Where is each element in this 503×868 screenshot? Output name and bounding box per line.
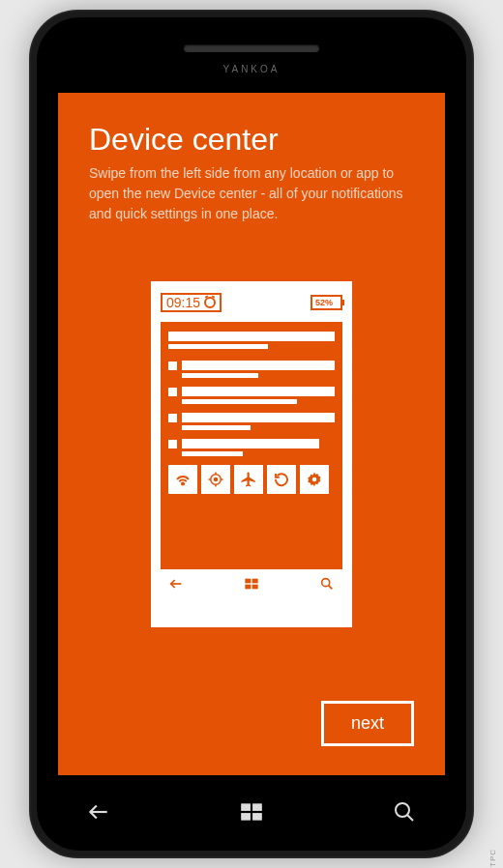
svg-rect-12 <box>252 585 258 590</box>
mockup-notification-item <box>168 387 335 404</box>
svg-rect-11 <box>245 585 251 590</box>
wifi-toggle-icon <box>168 465 197 494</box>
page-subtitle: Swipe from the left side from any locati… <box>89 163 414 224</box>
svg-rect-10 <box>252 579 258 584</box>
placeholder-bar <box>182 399 297 404</box>
settings-toggle-icon <box>300 465 329 494</box>
battery-indicator: 52% <box>311 295 342 310</box>
svg-rect-9 <box>245 579 251 584</box>
svg-point-13 <box>322 579 330 587</box>
notification-icon-placeholder <box>168 414 177 422</box>
placeholder-bar <box>168 332 335 341</box>
svg-rect-18 <box>241 813 251 821</box>
placeholder-bar <box>182 439 319 448</box>
placeholder-bar <box>182 425 251 430</box>
svg-point-20 <box>396 803 409 817</box>
back-icon <box>168 576 184 592</box>
hardware-buttons <box>85 798 418 825</box>
mockup-header-row <box>168 332 335 349</box>
mockup-clock: 09:15 <box>161 293 222 312</box>
notification-icon-placeholder <box>168 440 177 448</box>
device-center-mockup: 09:15 52% <box>151 281 352 627</box>
hw-back-button[interactable] <box>85 798 112 825</box>
mockup-notification-item <box>168 413 335 430</box>
mockup-notification-item <box>168 439 335 456</box>
mockup-nav-bar <box>161 569 342 598</box>
placeholder-bar <box>182 413 335 422</box>
placeholder-bar <box>168 344 268 349</box>
svg-line-21 <box>407 815 413 821</box>
mockup-time-text: 09:15 <box>166 295 200 310</box>
svg-line-14 <box>329 586 333 590</box>
hw-home-button[interactable] <box>238 798 265 825</box>
airplane-toggle-icon <box>234 465 263 494</box>
placeholder-bar <box>182 451 243 456</box>
svg-point-0 <box>182 482 184 484</box>
svg-rect-17 <box>252 803 262 811</box>
notification-icon-placeholder <box>168 362 177 370</box>
svg-rect-16 <box>241 803 251 811</box>
phone-speaker <box>184 44 319 52</box>
placeholder-bar <box>182 387 335 396</box>
phone-frame: YANKOA Device center Swipe from the left… <box>29 10 474 858</box>
search-icon <box>319 576 335 592</box>
mockup-notification-panel <box>161 322 342 569</box>
svg-point-7 <box>312 477 317 482</box>
phone-body: YANKOA Device center Swipe from the left… <box>37 17 466 851</box>
screen: Device center Swipe from the left side f… <box>58 93 445 775</box>
svg-rect-19 <box>252 813 262 821</box>
mockup-quick-settings <box>168 465 335 494</box>
alarm-icon <box>204 297 216 308</box>
windows-icon <box>244 576 259 592</box>
battery-text: 52% <box>315 298 333 307</box>
watermark: 1800 POCKETPC <box>488 849 497 868</box>
mockup-status-bar: 09:15 52% <box>161 291 342 314</box>
mockup-notification-item <box>168 361 335 378</box>
notification-icon-placeholder <box>168 388 177 396</box>
svg-point-2 <box>215 478 218 481</box>
hw-search-button[interactable] <box>391 798 418 825</box>
phone-brand: YANKOA <box>223 64 281 74</box>
rotation-toggle-icon <box>267 465 296 494</box>
location-toggle-icon <box>201 465 230 494</box>
placeholder-bar <box>182 373 258 378</box>
placeholder-bar <box>182 361 335 370</box>
page-title: Device center <box>89 122 414 158</box>
next-button[interactable]: next <box>321 701 414 746</box>
